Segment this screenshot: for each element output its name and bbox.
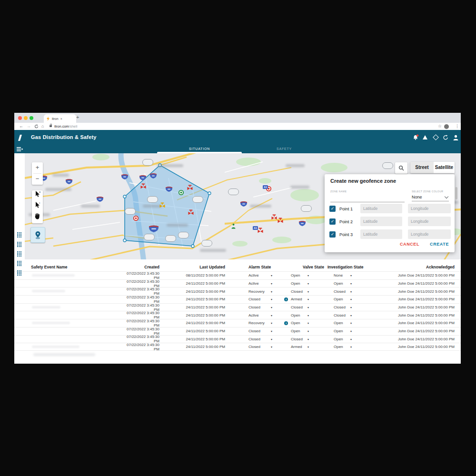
longitude-input[interactable]	[408, 204, 451, 213]
column-header-alarm-state[interactable]: Alarm State	[248, 265, 284, 269]
diamond-icon[interactable]	[433, 134, 439, 140]
investigation-state-select[interactable]: Open▾	[334, 345, 352, 349]
column-header-valve-state[interactable]: Valve State	[296, 265, 327, 269]
close-window-button[interactable]	[18, 116, 22, 120]
column-header-last-updated[interactable]: Last Updated	[159, 265, 225, 269]
alarm-state-select[interactable]: Closed▾	[248, 329, 272, 333]
column-header-safety-event-name[interactable]: Safety Event Name	[31, 265, 121, 269]
sidebar-item-apps-grid-2[interactable]	[17, 240, 21, 249]
point-checkbox[interactable]: ✓	[329, 218, 336, 225]
interstate-shield-marker[interactable]	[65, 178, 73, 186]
user-profile-icon[interactable]	[453, 135, 459, 140]
interstate-shield-marker[interactable]	[139, 174, 147, 182]
point-checkbox[interactable]: ✓	[329, 206, 336, 212]
back-icon[interactable]: ←	[19, 123, 23, 129]
a1-tag-marker[interactable]: A1	[253, 226, 258, 230]
investigation-state-select[interactable]: None▾	[334, 273, 352, 278]
valve-state-select[interactable]: Closed▾	[284, 289, 309, 294]
valve-state-select[interactable]: Open▾	[284, 329, 309, 333]
route-badge-marker[interactable]	[142, 159, 153, 166]
investigation-state-select[interactable]: Open▾	[334, 329, 352, 333]
alarm-state-select[interactable]: Closed▾	[248, 345, 272, 349]
browser-menu-icon[interactable]: ⋮	[455, 123, 459, 129]
person-green-marker[interactable]	[231, 222, 236, 231]
valve-red-marker[interactable]	[271, 213, 278, 222]
column-header-acknowledged[interactable]: Acknowledged	[370, 265, 455, 269]
interstate-shield-marker[interactable]	[165, 185, 173, 194]
alerts-warning-icon[interactable]	[423, 135, 427, 139]
investigation-state-select[interactable]: Open▾	[334, 281, 352, 286]
browser-tab[interactable]: itron ×	[44, 114, 76, 123]
browser-profile-avatar[interactable]	[444, 124, 449, 129]
valve-red-marker[interactable]	[187, 184, 193, 192]
alarm-state-select[interactable]: Closed▾	[248, 297, 272, 301]
a1-tag-marker[interactable]: A1	[263, 185, 268, 189]
table-row[interactable]: 07/22/2022 3:45:30 PM 24/11/2022 5:00:00…	[14, 319, 461, 327]
map-search-button[interactable]	[395, 162, 407, 174]
forward-icon[interactable]: →	[27, 123, 31, 129]
valve-red-marker[interactable]	[277, 217, 284, 225]
longitude-input[interactable]	[408, 217, 451, 226]
select-add-cursor-button[interactable]: +	[32, 190, 43, 201]
table-row[interactable]: 07/22/2022 3:45:30 PM 24/11/2022 5:00:00…	[14, 295, 461, 303]
tab-close-icon[interactable]: ×	[60, 117, 62, 120]
minimize-window-button[interactable]	[24, 116, 28, 120]
column-header-investigation-state[interactable]: Investigation State	[327, 265, 370, 269]
route-badge-marker[interactable]	[192, 196, 203, 203]
alarm-state-select[interactable]: Recovery▾	[248, 321, 272, 325]
alarm-state-select[interactable]: Closed▾	[248, 305, 272, 309]
valve-state-select[interactable]: i Armed▾	[284, 297, 309, 301]
route-badge-marker[interactable]	[201, 240, 212, 247]
valve-red-marker[interactable]	[140, 182, 147, 191]
table-row[interactable]: 07/22/2022 3:45:30 PM 08/11/2022 5:00:00…	[14, 271, 461, 279]
notifications-bell-icon[interactable]	[412, 134, 419, 141]
route-badge-marker[interactable]	[147, 196, 158, 203]
tab-safety[interactable]: SAFETY	[242, 145, 327, 153]
target-red-marker[interactable]	[133, 215, 139, 223]
address-bar[interactable]: itron.com/shell	[54, 123, 77, 130]
table-row[interactable]: 07/22/2022 3:45:30 PM 24/11/2022 5:00:00…	[14, 303, 461, 311]
reload-icon[interactable]	[34, 124, 39, 129]
investigation-state-select[interactable]: Closed▾	[334, 305, 352, 309]
table-row[interactable]: 07/22/2022 3:45:30 PM 24/11/2022 5:00:00…	[14, 343, 461, 351]
interstate-shield-marker[interactable]	[240, 200, 248, 208]
cancel-button[interactable]: CANCEL	[400, 242, 419, 247]
valve-state-select[interactable]: Open▾	[284, 281, 309, 286]
interstate-shield-marker[interactable]	[298, 219, 306, 228]
table-row[interactable]: 07/22/2022 3:45:30 PM 24/11/2022 5:00:00…	[14, 327, 461, 335]
scrollbar-thumb[interactable]	[455, 187, 457, 199]
target-green-marker[interactable]	[178, 189, 184, 198]
interstate-shield-marker[interactable]	[96, 195, 104, 204]
alarm-state-select[interactable]: Active▾	[248, 281, 272, 286]
zoom-out-button[interactable]: −	[32, 174, 43, 185]
sidebar-item-apps-grid-3[interactable]	[17, 250, 21, 258]
alarm-state-select[interactable]: Closed▾	[248, 337, 272, 341]
valve-state-select[interactable]: Closed▾	[284, 337, 309, 341]
sidebar-item-apps-grid-1[interactable]	[17, 231, 21, 239]
route-badge-marker[interactable]	[125, 208, 136, 215]
menu-hamburger-icon[interactable]	[17, 147, 23, 152]
pan-hand-button[interactable]	[32, 212, 43, 223]
alarm-state-select[interactable]: Active▾	[248, 313, 272, 317]
alarm-state-select[interactable]: Recovery▾	[248, 289, 272, 294]
point-checkbox[interactable]: ✓	[329, 231, 336, 238]
create-button[interactable]: CREATE	[430, 242, 449, 247]
alarm-state-select[interactable]: Active▾	[248, 273, 272, 278]
valve-state-select[interactable]: Armed▾	[284, 345, 309, 349]
route-badge-marker[interactable]	[178, 232, 189, 238]
latitude-input[interactable]	[360, 229, 402, 239]
valve-state-select[interactable]: Open▾	[284, 313, 309, 317]
investigation-state-select[interactable]: Open▾	[334, 337, 352, 341]
zone-name-input[interactable]	[330, 193, 405, 202]
table-row[interactable]: 07/22/2022 3:45:30 PM 24/11/2022 5:00:00…	[14, 311, 461, 319]
tab-situation[interactable]: SITUATION	[157, 145, 242, 153]
zone-colour-select[interactable]: None	[412, 193, 449, 201]
bookmark-star-icon[interactable]: ☆	[438, 123, 442, 129]
valve-state-select[interactable]: Open▾	[284, 273, 309, 278]
investigation-state-select[interactable]: Closed▾	[334, 289, 352, 294]
valve-state-select[interactable]: Closed▾	[284, 305, 309, 309]
column-header-created[interactable]: Created	[121, 265, 159, 269]
longitude-input[interactable]	[408, 229, 451, 239]
valve-red-marker[interactable]	[257, 227, 264, 235]
valve-state-select[interactable]: i Open▾	[284, 321, 309, 325]
